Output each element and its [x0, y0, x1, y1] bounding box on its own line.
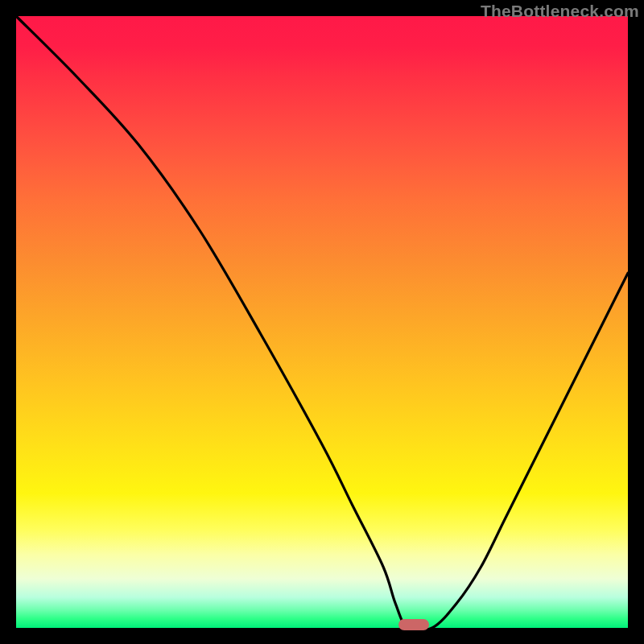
- chart-frame: TheBottleneck.com: [0, 0, 644, 644]
- plot-area: [16, 16, 628, 628]
- watermark-text: TheBottleneck.com: [481, 2, 639, 21]
- bottleneck-curve: [16, 16, 628, 628]
- optimal-marker: [398, 619, 429, 630]
